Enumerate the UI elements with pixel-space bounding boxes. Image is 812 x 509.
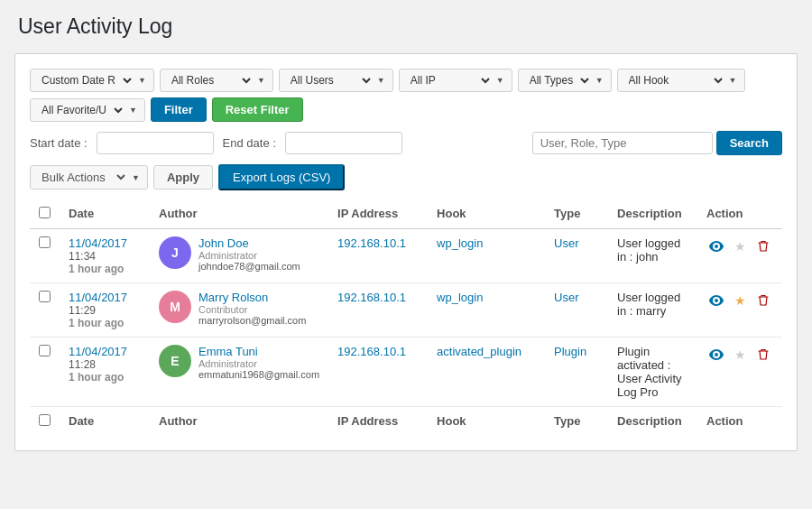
bulk-actions-select[interactable]: Bulk Actions Delete Mark Favorite: [38, 170, 128, 185]
row-type-cell: User: [545, 229, 608, 283]
row-checkbox[interactable]: [39, 291, 51, 302]
avatar: M: [159, 291, 191, 323]
hooks-filter[interactable]: All Hook wp_login activated_plugin ▼: [617, 69, 745, 92]
author-info: Marry Rolson Contributor marryrolson@gma…: [198, 291, 306, 326]
date-range-select[interactable]: Custom Date R Today Yesterday Last 7 Day…: [38, 73, 134, 88]
hook-link[interactable]: activated_plugin: [437, 345, 521, 358]
favorites-select[interactable]: All Favorite/U Favorites Unfavorites: [38, 103, 125, 117]
footer-ip: IP Address: [328, 407, 428, 437]
hook-link[interactable]: wp_login: [437, 236, 483, 250]
author-email: johndoe78@gmail.com: [198, 261, 300, 272]
users-select[interactable]: All Users John Doe Marry Rolson Emma Tun…: [287, 73, 374, 88]
filter-button[interactable]: Filter: [151, 97, 207, 122]
star-icon[interactable]: ★: [730, 291, 750, 310]
row-date-cell: 11/04/2017 11:34 1 hour ago: [60, 229, 150, 283]
author-info: John Doe Administrator johndoe78@gmail.c…: [198, 236, 300, 272]
header-date: Date: [60, 199, 150, 229]
bulk-actions-chevron-icon: ▼: [132, 173, 140, 182]
date-link[interactable]: 11/04/2017: [69, 236, 127, 250]
author-name-link[interactable]: Marry Rolson: [198, 291, 268, 304]
bulk-actions-select-wrapper[interactable]: Bulk Actions Delete Mark Favorite ▼: [30, 165, 148, 190]
table-row: 11/04/2017 11:29 1 hour ago M Marry Rols…: [30, 283, 782, 338]
row-hook-cell: wp_login: [428, 229, 545, 283]
type-link[interactable]: User: [554, 291, 578, 304]
search-button[interactable]: Search: [716, 131, 782, 155]
hook-link[interactable]: wp_login: [437, 291, 483, 304]
ip-filter[interactable]: All IP 192.168.10.1 ▼: [399, 69, 512, 92]
table-footer-row: Date Author IP Address Hook Type Descrip…: [30, 407, 782, 437]
date-range-filter[interactable]: Custom Date R Today Yesterday Last 7 Day…: [30, 69, 154, 92]
main-card: Custom Date R Today Yesterday Last 7 Day…: [14, 53, 798, 451]
select-all-footer-checkbox[interactable]: [39, 414, 51, 426]
delete-icon[interactable]: [753, 345, 773, 365]
footer-hook: Hook: [428, 407, 545, 437]
action-icons: ★: [706, 345, 773, 365]
action-icons: ★: [706, 291, 773, 310]
types-select[interactable]: All Types User Plugin Post: [526, 73, 592, 88]
favorites-chevron-icon: ▼: [129, 106, 137, 115]
row-checkbox-cell: [30, 338, 60, 407]
types-chevron-icon: ▼: [595, 76, 604, 85]
row-type-cell: Plugin: [545, 338, 608, 407]
time-text: 11:29: [69, 304, 141, 317]
time-text: 11:34: [69, 250, 141, 263]
footer-date: Date: [60, 407, 150, 437]
row-action-cell: ★: [697, 338, 782, 407]
row-description-cell: User logged in : marry: [608, 283, 697, 338]
row-checkbox-cell: [30, 283, 60, 338]
filter-row-1: Custom Date R Today Yesterday Last 7 Day…: [30, 69, 782, 122]
type-link[interactable]: Plugin: [554, 345, 586, 358]
delete-icon[interactable]: [753, 236, 773, 256]
date-link[interactable]: 11/04/2017: [69, 345, 127, 358]
roles-select[interactable]: All Roles Administrator Editor Contribut…: [168, 73, 254, 88]
author-name-link[interactable]: Emma Tuni: [198, 345, 258, 358]
hooks-select[interactable]: All Hook wp_login activated_plugin: [625, 73, 725, 88]
ip-link[interactable]: 192.168.10.1: [337, 291, 406, 304]
view-icon[interactable]: [706, 291, 726, 310]
row-ip-cell: 192.168.10.1: [328, 229, 428, 283]
start-date-label: Start date :: [30, 136, 88, 150]
author-email: emmatuni1968@gmail.com: [198, 369, 319, 380]
author-cell: J John Doe Administrator johndoe78@gmail…: [159, 236, 319, 272]
star-icon[interactable]: ★: [730, 345, 750, 365]
select-all-checkbox[interactable]: [39, 207, 51, 218]
ip-select[interactable]: All IP 192.168.10.1: [407, 73, 493, 88]
author-name-link[interactable]: John Doe: [198, 236, 249, 250]
roles-chevron-icon: ▼: [257, 76, 265, 85]
row-checkbox[interactable]: [39, 236, 51, 248]
roles-filter[interactable]: All Roles Administrator Editor Contribut…: [160, 69, 273, 92]
row-action-cell: ★: [697, 283, 782, 338]
view-icon[interactable]: [706, 236, 726, 256]
avatar: E: [159, 345, 191, 377]
reset-filter-button[interactable]: Reset Filter: [212, 97, 303, 122]
end-date-input[interactable]: [285, 132, 402, 154]
search-input[interactable]: [532, 132, 713, 154]
bulk-actions-row: Bulk Actions Delete Mark Favorite ▼ Appl…: [30, 164, 782, 190]
apply-button[interactable]: Apply: [153, 165, 213, 190]
row-hook-cell: wp_login: [428, 283, 545, 338]
author-cell: M Marry Rolson Contributor marryrolson@g…: [159, 291, 319, 326]
header-ip: IP Address: [328, 199, 428, 229]
footer-action: Action: [697, 407, 782, 437]
export-csv-button[interactable]: Export Logs (CSV): [218, 164, 345, 190]
row-checkbox[interactable]: [39, 345, 51, 356]
ip-link[interactable]: 192.168.10.1: [337, 345, 406, 358]
page-title: User Activity Log: [14, 14, 798, 39]
ip-link[interactable]: 192.168.10.1: [337, 236, 406, 250]
header-description: Description: [608, 199, 697, 229]
type-link[interactable]: User: [554, 236, 578, 250]
header-checkbox-col: [30, 199, 60, 229]
search-group: Search: [532, 131, 782, 155]
favorites-filter[interactable]: All Favorite/U Favorites Unfavorites ▼: [30, 98, 145, 122]
delete-icon[interactable]: [753, 291, 773, 310]
row-checkbox-cell: [30, 229, 60, 283]
hooks-chevron-icon: ▼: [729, 76, 737, 85]
types-filter[interactable]: All Types User Plugin Post ▼: [518, 69, 612, 92]
star-icon[interactable]: ★: [730, 236, 750, 256]
start-date-input[interactable]: [97, 132, 214, 154]
table-row: 11/04/2017 11:28 1 hour ago E Emma Tuni …: [30, 338, 782, 407]
view-icon[interactable]: [706, 345, 726, 365]
users-filter[interactable]: All Users John Doe Marry Rolson Emma Tun…: [279, 69, 393, 92]
date-link[interactable]: 11/04/2017: [69, 291, 127, 304]
author-role: Administrator: [198, 250, 300, 261]
